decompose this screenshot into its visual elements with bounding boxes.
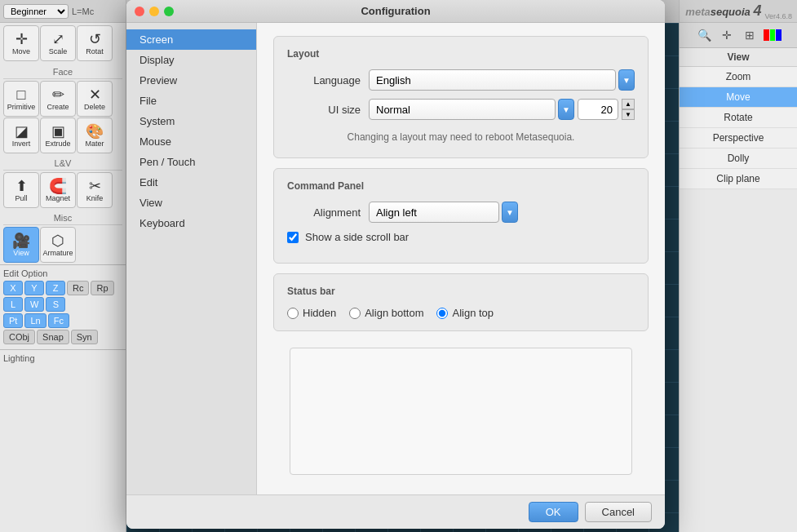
language-row: Language English Japanese Chinese ▼ — [287, 69, 635, 91]
btn-x[interactable]: X — [3, 281, 23, 295]
tool-pull[interactable]: ⬆ Pull — [3, 172, 39, 208]
radio-hidden-label[interactable]: Hidden — [303, 307, 336, 319]
btn-syn[interactable]: Syn — [71, 330, 98, 344]
search-icon[interactable]: 🔍 — [695, 26, 713, 44]
edit-row-4: CObj Snap Syn — [3, 330, 122, 344]
btn-pt[interactable]: Pt — [3, 313, 23, 328]
status-bar-section: Status bar Hidden Align bottom Align top — [273, 273, 649, 331]
tool-create[interactable]: ✏ Create — [40, 81, 76, 117]
close-button[interactable] — [135, 7, 144, 16]
ui-size-decrement[interactable]: ▼ — [622, 109, 635, 120]
radio-hidden: Hidden — [287, 307, 336, 319]
tool-view[interactable]: 🎥 View — [3, 227, 39, 263]
grid-icon[interactable]: ⊞ — [741, 26, 759, 44]
extrude-icon: ▣ — [51, 124, 65, 139]
nav-preview[interactable]: Preview — [126, 70, 256, 91]
btn-rc[interactable]: Rc — [67, 281, 89, 295]
radio-hidden-input[interactable] — [287, 308, 299, 319]
ui-size-number[interactable] — [578, 99, 618, 120]
btn-fc[interactable]: Fc — [48, 313, 69, 328]
invert-icon: ◪ — [15, 124, 29, 139]
ui-size-select[interactable]: Small Normal Large — [369, 99, 556, 120]
nav-display[interactable]: Display — [126, 50, 256, 70]
status-bar-header: Status bar — [287, 286, 635, 297]
nav-edit[interactable]: Edit — [126, 172, 256, 193]
nav-file[interactable]: File — [126, 91, 256, 111]
btn-w[interactable]: W — [24, 297, 44, 312]
btn-snap[interactable]: Snap — [37, 330, 69, 344]
misc-section-title: Misc — [3, 211, 122, 225]
alignment-row: Alignment Align left Align right Center … — [287, 202, 635, 223]
tool-extrude[interactable]: ▣ Extrude — [40, 117, 76, 153]
scroll-bar-checkbox[interactable] — [287, 232, 299, 243]
nav-view[interactable]: View — [126, 193, 256, 213]
mode-select[interactable]: Beginner Standard Expert — [3, 4, 69, 19]
tool-primitive[interactable]: □ Primitive — [3, 81, 39, 117]
dialog-title: Configuration — [361, 5, 430, 17]
tool-magnet[interactable]: 🧲 Magnet — [40, 172, 76, 208]
btn-y[interactable]: Y — [24, 281, 44, 295]
status-bar-radio-group: Hidden Align bottom Align top — [287, 307, 635, 319]
btn-l[interactable]: L — [3, 297, 23, 312]
tool-move[interactable]: ✛ Move — [3, 25, 39, 61]
command-panel-header: Command Panel — [287, 180, 635, 192]
nav-pen-touch[interactable]: Pen / Touch — [126, 152, 256, 172]
face-section: Face □ Primitive ✏ Create ✕ Delete ◪ Inv… — [0, 64, 126, 155]
view-btn-perspective[interactable]: Perspective — [680, 128, 797, 149]
tool-scale[interactable]: ⤢ Scale — [40, 25, 76, 61]
ui-size-increment[interactable]: ▲ — [622, 99, 635, 109]
alignment-select[interactable]: Align left Align right Center — [369, 202, 499, 223]
btn-rp[interactable]: Rp — [91, 281, 113, 295]
tool-mater[interactable]: 🎨 Mater — [77, 117, 113, 153]
btn-ln[interactable]: Ln — [24, 313, 46, 328]
nav-screen[interactable]: Screen — [126, 29, 256, 50]
tool-move-label: Move — [12, 47, 30, 55]
tool-invert[interactable]: ◪ Invert — [3, 117, 39, 153]
toolbar-top-bar: Beginner Standard Expert L=Mc — [0, 0, 126, 23]
layout-section-header: Layout — [287, 48, 635, 60]
color-icon[interactable] — [764, 26, 782, 44]
alignment-control-wrap: Align left Align right Center ▼ — [369, 202, 635, 223]
basic-tools-grid: ✛ Move ⤢ Scale ↺ Rotat — [3, 25, 122, 61]
knife-icon: ✂ — [89, 179, 101, 193]
view-btn-clip-plane[interactable]: Clip plane — [680, 169, 797, 189]
radio-bottom-label[interactable]: Align bottom — [365, 307, 423, 319]
alignment-select-arrow[interactable]: ▼ — [502, 202, 518, 223]
nav-system[interactable]: System — [126, 111, 256, 131]
language-select-arrow[interactable]: ▼ — [618, 69, 635, 91]
scroll-bar-row: Show a side scroll bar — [287, 231, 635, 243]
command-panel-section: Command Panel Alignment Align left Align… — [273, 168, 649, 264]
tool-scale-label: Scale — [49, 47, 68, 55]
language-select[interactable]: English Japanese Chinese — [369, 69, 616, 91]
right-header: metasequoia 4 Ver4.6.8 — [680, 0, 797, 23]
minimize-button[interactable] — [149, 7, 159, 16]
tool-delete[interactable]: ✕ Delete — [77, 81, 113, 117]
btn-z[interactable]: Z — [46, 281, 65, 295]
scroll-bar-label[interactable]: Show a side scroll bar — [305, 231, 409, 243]
btn-s[interactable]: S — [46, 297, 65, 312]
tool-armature[interactable]: ⬡ Armature — [40, 227, 76, 263]
radio-bottom-input[interactable] — [349, 308, 361, 319]
radio-top-label[interactable]: Align top — [452, 307, 494, 319]
view-btn-move[interactable]: Move — [680, 87, 797, 108]
tool-view-label: View — [13, 249, 29, 257]
tool-knife[interactable]: ✂ Knife — [77, 172, 113, 208]
ui-size-select-arrow[interactable]: ▼ — [558, 99, 574, 120]
nav-keyboard[interactable]: Keyboard — [126, 213, 256, 233]
btn-cobj[interactable]: CObj — [3, 330, 35, 344]
misc-tools-grid: 🎥 View ⬡ Armature — [3, 227, 122, 263]
cancel-button[interactable]: Cancel — [585, 502, 652, 522]
view-btn-zoom[interactable]: Zoom — [680, 67, 797, 87]
radio-top-input[interactable] — [436, 308, 448, 319]
tool-magnet-label: Magnet — [46, 194, 70, 202]
maximize-button[interactable] — [164, 7, 174, 16]
edit-row-2: L W S — [3, 297, 122, 312]
ui-size-row: UI size Small Normal Large ▼ ▲ ▼ — [287, 99, 635, 120]
tool-rotate[interactable]: ↺ Rotat — [77, 25, 113, 61]
view-btn-rotate[interactable]: Rotate — [680, 108, 797, 128]
view-panel-label: View — [680, 48, 797, 67]
nav-mouse[interactable]: Mouse — [126, 131, 256, 152]
view-btn-dolly[interactable]: Dolly — [680, 149, 797, 169]
ok-button[interactable]: OK — [529, 502, 578, 522]
move-mode-icon[interactable]: ✛ — [718, 26, 736, 44]
